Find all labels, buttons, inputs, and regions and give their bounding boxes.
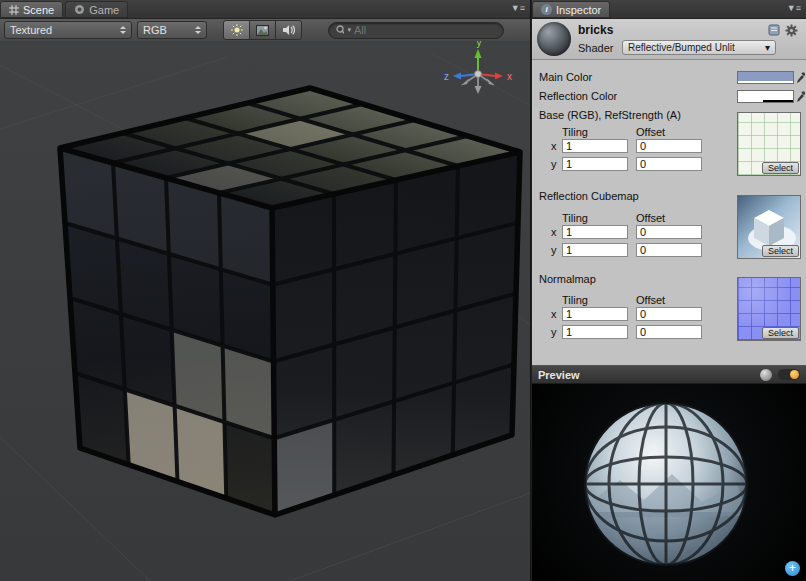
tab-inspector[interactable]: i Inspector (532, 1, 610, 18)
offset-header: Offset (636, 212, 665, 224)
preview-title: Preview (538, 369, 754, 381)
preview-header[interactable]: Preview (532, 365, 806, 384)
tiling-header: Tiling (562, 212, 588, 224)
scene-pane: Scene Game ▼≡ Textured RGB (0, 0, 531, 581)
tiling-header: Tiling (562, 294, 588, 306)
material-preview[interactable]: + (532, 384, 806, 581)
help-icon[interactable] (768, 24, 780, 36)
select-button[interactable]: Select (762, 327, 799, 339)
shader-dropdown[interactable]: Reflective/Bumped Unlit ▾ (622, 40, 776, 55)
normalmap-offset-y-input[interactable] (636, 325, 702, 339)
draw-mode-dropdown[interactable]: Textured (4, 21, 132, 39)
cubemap-thumbnail[interactable]: Select (737, 195, 801, 259)
gizmo-y-label: y (477, 41, 482, 48)
row-y-label: y (551, 326, 557, 338)
scene-audio-toggle[interactable] (275, 20, 302, 40)
scene-search-field[interactable]: ▾ (328, 22, 504, 39)
tiling-header: Tiling (562, 126, 588, 138)
draw-mode-label: Textured (10, 24, 52, 36)
render-mode-dropdown[interactable]: RGB (137, 21, 207, 39)
scene-tabstrip: Scene Game ▼≡ (0, 0, 530, 19)
tab-label: Game (89, 4, 119, 16)
info-icon: i (541, 4, 552, 15)
reflection-color-label: Reflection Color (539, 90, 617, 102)
row-x-label: x (551, 308, 557, 320)
preview-model-icon[interactable] (760, 369, 772, 381)
render-mode-label: RGB (143, 24, 167, 36)
scene-render: y x z (0, 41, 530, 581)
search-input[interactable] (354, 24, 496, 36)
base-offset-x-input[interactable] (636, 139, 702, 153)
cubemap-label: Reflection Cubemap (539, 190, 639, 202)
eyedropper-icon[interactable] (796, 71, 806, 84)
row-y-label: y (551, 244, 557, 256)
preview-lighting-toggle[interactable] (778, 369, 800, 380)
base-tiling-x-input[interactable] (562, 139, 628, 153)
material-sphere-thumbnail (537, 22, 571, 56)
tab-label: Inspector (556, 4, 601, 16)
gear-icon[interactable] (785, 24, 798, 37)
gizmo-x-label: x (507, 71, 512, 82)
base-tiling-y-input[interactable] (562, 157, 628, 171)
scene-grid-icon (9, 5, 19, 15)
normalmap-offset-x-input[interactable] (636, 307, 702, 321)
cubemap-offset-x-input[interactable] (636, 225, 702, 239)
normalmap-tiling-y-input[interactable] (562, 325, 628, 339)
preview-panel: Preview (532, 365, 806, 581)
base-offset-y-input[interactable] (636, 157, 702, 171)
scene-lighting-toggle[interactable] (223, 20, 250, 40)
scene-toolbar: Textured RGB (0, 19, 530, 42)
search-filter-arrow-icon[interactable]: ▾ (347, 26, 351, 34)
eyedropper-icon[interactable] (796, 90, 806, 103)
textured-cube[interactable] (60, 88, 520, 515)
scene-effects-toggle[interactable] (249, 20, 276, 40)
normalmap-label: Normalmap (539, 273, 596, 285)
add-button[interactable]: + (785, 561, 800, 576)
row-y-label: y (551, 158, 557, 170)
speaker-icon (282, 24, 295, 36)
row-x-label: x (551, 140, 557, 152)
tab-scene[interactable]: Scene (0, 1, 63, 18)
material-name: bricks (578, 23, 613, 37)
pane-menu-icon[interactable]: ▼≡ (787, 3, 801, 13)
image-icon (256, 25, 269, 36)
search-icon (336, 25, 344, 35)
scene-viewport[interactable]: y x z (0, 41, 530, 581)
inspector-tabstrip: i Inspector ▼≡ (532, 0, 806, 19)
cubemap-offset-y-input[interactable] (636, 243, 702, 257)
cubemap-tiling-x-input[interactable] (562, 225, 628, 239)
shader-value: Reflective/Bumped Unlit (628, 42, 735, 53)
orientation-gizmo[interactable]: y x z (444, 41, 512, 94)
updown-icon (195, 26, 201, 34)
normalmap-thumbnail[interactable]: Select (737, 277, 801, 341)
base-texture-thumbnail[interactable]: Select (737, 112, 801, 176)
reflection-color-swatch[interactable] (737, 90, 794, 103)
shader-label: Shader (578, 42, 613, 54)
base-texture-label: Base (RGB), RefStrength (A) (539, 109, 681, 121)
offset-header: Offset (636, 294, 665, 306)
material-header: bricks Shader Reflective/Bumped Unlit ▾ (532, 19, 806, 60)
gizmo-z-label: z (444, 71, 449, 82)
updown-icon (120, 26, 126, 34)
select-button[interactable]: Select (762, 245, 799, 257)
main-color-swatch[interactable] (737, 71, 794, 84)
game-icon (74, 4, 85, 15)
unity-editor-window: Scene Game ▼≡ Textured RGB (0, 0, 806, 581)
tab-label: Scene (23, 4, 54, 16)
cubemap-tiling-y-input[interactable] (562, 243, 628, 257)
select-button[interactable]: Select (762, 162, 799, 174)
preview-sphere (532, 384, 806, 581)
offset-header: Offset (636, 126, 665, 138)
main-color-label: Main Color (539, 71, 592, 83)
inspector-pane: i Inspector ▼≡ bricks Shader Reflective/… (532, 0, 806, 581)
normalmap-tiling-x-input[interactable] (562, 307, 628, 321)
pane-menu-icon[interactable]: ▼≡ (511, 3, 525, 13)
sun-icon (231, 24, 243, 36)
tab-game[interactable]: Game (65, 1, 128, 18)
row-x-label: x (551, 226, 557, 238)
chevron-down-icon: ▾ (765, 42, 770, 53)
material-properties: Main Color Reflection Color Base (RGB), … (532, 58, 806, 365)
